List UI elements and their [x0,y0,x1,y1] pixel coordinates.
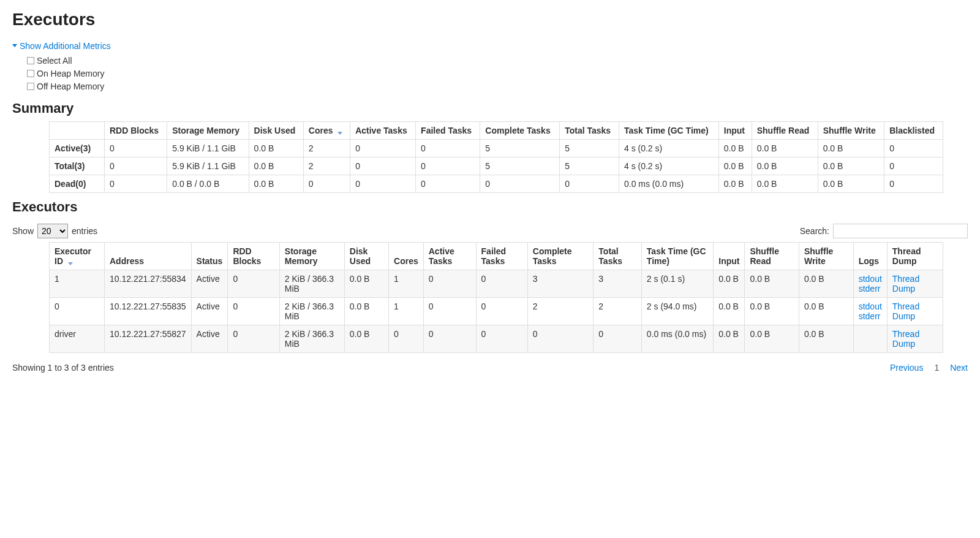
show-additional-metrics-toggle[interactable]: Show Additional Metrics [12,41,111,51]
thread-dump-link[interactable]: Thread Dump [892,274,919,294]
exec-cell: 10.12.221.27:55827 [105,325,192,352]
checkbox-icon[interactable] [27,83,34,90]
exec-header-thread-dump[interactable]: Thread Dump [887,242,943,270]
summary-header-shuffle-read[interactable]: Shuffle Read [752,121,818,139]
exec-header-total-tasks[interactable]: Total Tasks [594,242,642,270]
exec-cell: 0.0 B [799,297,853,325]
entries-per-page-select[interactable]: 102050100 [37,224,68,238]
table-row: driver10.12.221.27:55827Active02 KiB / 3… [50,325,943,352]
summary-cell: 0.0 B [718,157,752,175]
summary-cell: 5.9 KiB / 1.1 GiB [167,157,249,175]
summary-cell: 0.0 B [249,175,303,192]
exec-cell: 3 [594,270,642,297]
summary-cell: 0 [105,139,167,157]
executors-heading: Executors [12,199,968,215]
search-label: Search: [800,226,829,236]
summary-header-blacklisted[interactable]: Blacklisted [884,121,943,139]
summary-header-cores[interactable]: Cores [303,121,350,139]
exec-cell: 3 [527,270,594,297]
exec-header-shuffle-write[interactable]: Shuffle Write [799,242,853,270]
summary-cell: 0 [416,157,480,175]
thread-dump-link[interactable]: Thread Dump [892,301,919,321]
exec-header-input[interactable]: Input [714,242,745,270]
exec-header-status[interactable]: Status [191,242,228,270]
log-link-stdout[interactable]: stdout [859,274,882,284]
search-input[interactable] [833,224,968,238]
summary-cell: 5 [560,139,619,157]
exec-header-cores[interactable]: Cores [389,242,424,270]
exec-cell: 1 [50,270,105,297]
summary-header-failed-tasks[interactable]: Failed Tasks [416,121,480,139]
summary-row-label: Total(3) [50,157,105,175]
checkbox-icon[interactable] [27,57,34,64]
exec-cell-thread-dump: Thread Dump [887,270,943,297]
log-link-stdout[interactable]: stdout [859,301,882,311]
summary-header-input[interactable]: Input [718,121,752,139]
exec-header-executor-id[interactable]: Executor ID [50,242,105,270]
exec-cell: 0.0 B [799,270,853,297]
exec-header-address[interactable]: Address [105,242,192,270]
exec-cell-logs [853,325,887,352]
exec-header-task-time[interactable]: Task Time (GC Time) [641,242,713,270]
exec-header-rdd-blocks[interactable]: RDD Blocks [228,242,279,270]
additional-metrics-list: Select All On Heap Memory Off Heap Memor… [27,55,968,93]
summary-cell: 0 [560,175,619,192]
pager-previous-button[interactable]: Previous [890,363,923,373]
pager-next-button[interactable]: Next [950,363,968,373]
exec-cell: 2 KiB / 366.3 MiB [279,297,344,325]
exec-header-complete-tasks[interactable]: Complete Tasks [527,242,594,270]
thread-dump-link[interactable]: Thread Dump [892,329,919,349]
exec-header-logs[interactable]: Logs [853,242,887,270]
summary-cell: 0.0 B [249,139,303,157]
table-row: Total(3)05.9 KiB / 1.1 GiB0.0 B200554 s … [50,157,943,175]
log-link-stderr[interactable]: stderr [859,311,881,321]
exec-cell: 0 [476,270,527,297]
summary-cell: 5 [560,157,619,175]
exec-cell-logs: stdoutstderr [853,270,887,297]
exec-cell: 0.0 B [344,325,388,352]
summary-header-total-tasks[interactable]: Total Tasks [560,121,619,139]
exec-cell: 0.0 B [714,297,745,325]
exec-cell: 1 [389,270,424,297]
caret-down-icon [12,44,17,47]
summary-header-shuffle-write[interactable]: Shuffle Write [818,121,884,139]
summary-cell: 5.9 KiB / 1.1 GiB [167,139,249,157]
exec-cell: 0.0 B [745,297,799,325]
log-link-stderr[interactable]: stderr [859,284,881,294]
exec-cell: 0 [423,270,476,297]
summary-cell: 4 s (0.2 s) [619,157,718,175]
summary-header-disk-used[interactable]: Disk Used [249,121,303,139]
summary-header-task-time[interactable]: Task Time (GC Time) [619,121,718,139]
checkbox-icon[interactable] [27,70,34,77]
exec-header-failed-tasks[interactable]: Failed Tasks [476,242,527,270]
summary-cell: 5 [480,157,560,175]
summary-header-empty[interactable] [50,121,105,139]
exec-cell-thread-dump: Thread Dump [887,325,943,352]
pager-current-page: 1 [934,363,939,373]
exec-cell: 0.0 B [344,270,388,297]
exec-header-storage-memory[interactable]: Storage Memory [279,242,344,270]
exec-cell: 2 KiB / 366.3 MiB [279,325,344,352]
exec-header-active-tasks[interactable]: Active Tasks [423,242,476,270]
summary-cell: 0.0 B [752,175,818,192]
summary-header-complete-tasks[interactable]: Complete Tasks [480,121,560,139]
exec-cell: 2 s (94.0 ms) [641,297,713,325]
exec-cell: Active [191,325,228,352]
exec-header-shuffle-read[interactable]: Shuffle Read [745,242,799,270]
metric-option-label[interactable]: Off Heap Memory [37,80,104,93]
summary-cell: 0.0 B [752,157,818,175]
summary-cell: 2 [303,157,350,175]
summary-header-cores-label: Cores [309,126,333,135]
exec-header-disk-used[interactable]: Disk Used [344,242,388,270]
summary-header-rdd-blocks[interactable]: RDD Blocks [105,121,167,139]
exec-cell: 0 [228,325,279,352]
metric-option-label[interactable]: Select All [37,55,72,67]
table-row: Dead(0)00.0 B / 0.0 B0.0 B000000.0 ms (0… [50,175,943,192]
exec-cell: 0 [476,325,527,352]
summary-header-storage-memory[interactable]: Storage Memory [167,121,249,139]
summary-cell: 0 [884,157,943,175]
summary-cell: 4 s (0.2 s) [619,139,718,157]
metric-option-label[interactable]: On Heap Memory [37,67,104,80]
summary-header-active-tasks[interactable]: Active Tasks [350,121,416,139]
summary-table: RDD Blocks Storage Memory Disk Used Core… [49,121,943,193]
